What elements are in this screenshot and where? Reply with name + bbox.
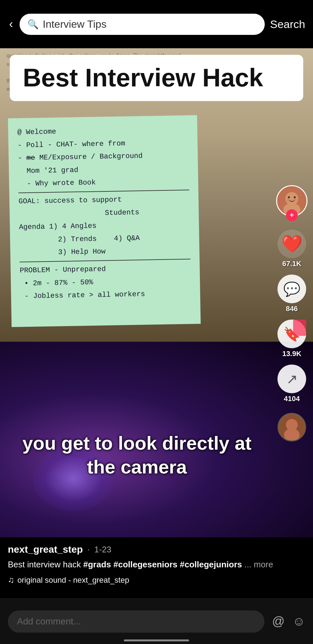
music-note-icon: ♫ <box>8 575 14 585</box>
sound-text: original sound - next_great_step <box>18 576 129 585</box>
video-top-section: question to finding a job after college … <box>0 48 313 342</box>
user-line: next_great_step · 1-23 <box>8 544 305 555</box>
hack-title: Best Interview Hack <box>23 64 290 92</box>
bookmark-icon-circle: 🔖 <box>277 320 306 348</box>
share-button[interactable]: ↗ 4104 <box>277 365 306 403</box>
creator-avatar-wrap[interactable]: + <box>276 185 307 217</box>
comment-icon-circle: 💬 <box>277 275 306 303</box>
comment-button[interactable]: 💬 846 <box>277 275 306 313</box>
home-indicator <box>124 639 189 641</box>
share-count: 4104 <box>284 395 300 403</box>
bookmark-button[interactable]: 🔖 13.9K <box>277 320 306 358</box>
like-count: 67.1K <box>282 260 302 268</box>
username[interactable]: next_great_step <box>8 544 83 555</box>
svg-point-3 <box>288 196 290 198</box>
hashtag-3[interactable]: #collegejuniors <box>180 560 242 569</box>
video-bottom-section: you get to look directly at the camera <box>0 342 313 537</box>
comment-placeholder: Add comment... <box>17 616 81 626</box>
svg-point-4 <box>294 196 296 198</box>
post-date: 1-23 <box>94 545 111 555</box>
sticky-line-10: 3) Help How <box>19 244 190 260</box>
heart-icon-circle: ❤️ <box>277 230 306 258</box>
search-input-wrap[interactable]: 🔍 Interview Tips <box>20 14 265 35</box>
back-button[interactable]: ‹ <box>7 15 16 34</box>
heart-icon: ❤️ <box>281 234 303 254</box>
caption-text: you get to look directly at the camera <box>0 431 274 479</box>
hashtag-2[interactable]: #collegeseniors <box>113 560 178 569</box>
sound-avatar-svg <box>278 414 305 441</box>
comment-icon: 💬 <box>283 281 300 297</box>
search-bar: ‹ 🔍 Interview Tips Search <box>0 0 313 48</box>
svg-point-6 <box>293 199 297 201</box>
hashtag-1[interactable]: #grads <box>83 560 111 569</box>
sound-avatar-image <box>277 413 306 442</box>
comment-bar: Add comment... @ ☺ <box>0 598 313 644</box>
sound-line[interactable]: ♫ original sound - next_great_step <box>8 575 305 585</box>
sticky-line-5: - Why wrote Book <box>18 175 189 191</box>
video-info: next_great_step · 1-23 Best interview ha… <box>0 537 313 579</box>
sticky-line-13: - Jobless rate > all workers <box>20 287 191 303</box>
hack-card: Best Interview Hack <box>10 55 303 101</box>
comment-input[interactable]: Add comment... <box>8 610 264 633</box>
share-icon-circle: ↗ <box>277 365 306 393</box>
bookmark-icon: 🔖 <box>283 326 300 342</box>
search-icon: 🔍 <box>27 19 39 30</box>
comment-count: 846 <box>286 305 298 313</box>
separator: · <box>87 545 90 555</box>
search-input[interactable]: Interview Tips <box>43 18 107 30</box>
sidebar-icons: + ❤️ 67.1K 💬 846 🔖 13.9K ↗ 4104 <box>271 48 313 448</box>
follow-button[interactable]: + <box>286 209 298 221</box>
bookmark-count: 13.9K <box>282 350 302 358</box>
like-button[interactable]: ❤️ 67.1K <box>277 230 306 268</box>
description-text: Best interview hack <box>8 560 83 569</box>
share-icon: ↗ <box>286 371 298 387</box>
more-button[interactable]: ... more <box>244 560 273 569</box>
at-mention-button[interactable]: @ <box>272 614 285 628</box>
sticky-note: @ Welcome - Poll - CHAT- where from - me… <box>8 115 201 327</box>
search-button[interactable]: Search <box>269 15 306 33</box>
svg-point-5 <box>287 199 290 201</box>
emoji-button[interactable]: ☺ <box>292 614 305 628</box>
video-description: Best interview hack #grads #collegesenio… <box>8 558 305 571</box>
sound-avatar[interactable] <box>277 410 306 445</box>
